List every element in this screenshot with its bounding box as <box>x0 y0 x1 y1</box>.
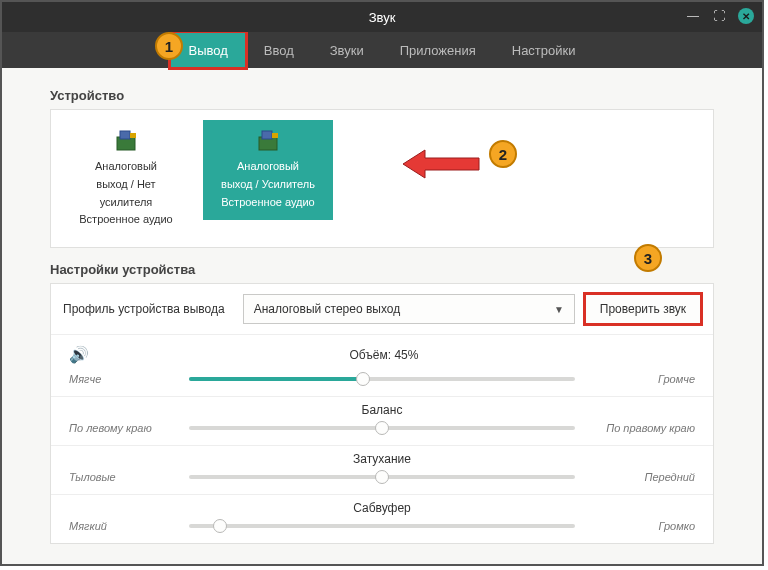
balance-title: Баланс <box>69 403 695 417</box>
volume-slider-block: Мягче Громче <box>51 364 713 397</box>
fade-slider[interactable] <box>189 468 575 486</box>
balance-left-label: По левому краю <box>69 422 179 434</box>
subwoofer-slider[interactable] <box>189 517 575 535</box>
svg-rect-4 <box>262 131 272 139</box>
annotation-badge-2: 2 <box>489 140 517 168</box>
device-card-analog-no-amp[interactable]: Аналоговый выход / Нет усилителя Встроен… <box>61 120 191 237</box>
test-sound-label: Проверить звук <box>600 302 686 316</box>
content: Устройство Аналоговый выход / Нет усилит… <box>2 68 762 544</box>
device-card-analog-amp[interactable]: Аналоговый выход / Усилитель Встроенное … <box>203 120 333 220</box>
device-label: Встроенное аудио <box>79 213 172 227</box>
tab-settings-label: Настройки <box>512 43 576 58</box>
sub-min-label: Мягкий <box>69 520 179 532</box>
tab-sounds[interactable]: Звуки <box>312 32 382 68</box>
profile-label: Профиль устройства вывода <box>63 302 233 316</box>
tab-input-label: Ввод <box>264 43 294 58</box>
balance-slider-block: Баланс По левому краю По правому краю <box>51 397 713 446</box>
profile-value: Аналоговый стерео выход <box>254 302 401 316</box>
titlebar: Звук — ⛶ ✕ <box>2 2 762 32</box>
annotation-arrow-icon <box>401 144 481 184</box>
device-panel: Аналоговый выход / Нет усилителя Встроен… <box>50 109 714 248</box>
annotation-badge-3: 3 <box>634 244 662 272</box>
tab-apps[interactable]: Приложения <box>382 32 494 68</box>
window-title: Звук <box>369 10 396 25</box>
fade-front-label: Передний <box>585 471 695 483</box>
device-label: Аналоговый <box>95 160 157 174</box>
chevron-down-icon: ▼ <box>554 304 564 315</box>
maximize-icon[interactable]: ⛶ <box>712 9 726 23</box>
volume-title: Объём: 45% <box>99 348 669 362</box>
tab-output-label: Вывод <box>188 43 227 58</box>
svg-rect-1 <box>120 131 130 139</box>
tab-sounds-label: Звуки <box>330 43 364 58</box>
close-icon[interactable]: ✕ <box>738 8 754 24</box>
fade-title: Затухание <box>69 452 695 466</box>
section-device-title: Устройство <box>50 88 714 103</box>
window-controls: — ⛶ ✕ <box>686 8 754 24</box>
device-label: выход / Нет <box>96 178 155 192</box>
tab-bar: Вывод Ввод Звуки Приложения Настройки <box>2 32 762 68</box>
balance-right-label: По правому краю <box>585 422 695 434</box>
subwoofer-slider-block: Сабвуфер Мягкий Громко <box>51 495 713 543</box>
svg-rect-5 <box>272 133 278 138</box>
device-label: Аналоговый <box>237 160 299 174</box>
device-label: Встроенное аудио <box>221 196 314 210</box>
profile-combobox[interactable]: Аналоговый стерео выход ▼ <box>243 294 575 324</box>
fade-slider-block: Затухание Тыловые Передний <box>51 446 713 495</box>
settings-panel: Профиль устройства вывода Аналоговый сте… <box>50 283 714 544</box>
section-settings-title: Настройки устройства <box>50 262 714 277</box>
volume-header: 🔊 Объём: 45% <box>51 335 713 364</box>
test-sound-button[interactable]: Проверить звук <box>585 294 701 324</box>
volume-slider[interactable] <box>189 370 575 388</box>
sub-max-label: Громко <box>585 520 695 532</box>
sub-title: Сабвуфер <box>69 501 695 515</box>
soundcard-icon <box>254 128 282 156</box>
balance-slider[interactable] <box>189 419 575 437</box>
tab-settings[interactable]: Настройки <box>494 32 594 68</box>
svg-marker-6 <box>403 150 479 178</box>
profile-row: Профиль устройства вывода Аналоговый сте… <box>51 284 713 335</box>
soundcard-icon <box>112 128 140 156</box>
tab-input[interactable]: Ввод <box>246 32 312 68</box>
device-settings-section: Настройки устройства 3 Профиль устройств… <box>50 262 714 544</box>
volume-max-label: Громче <box>585 373 695 385</box>
svg-rect-2 <box>130 133 136 138</box>
device-label: выход / Усилитель <box>221 178 315 192</box>
speaker-icon: 🔊 <box>69 345 89 364</box>
volume-min-label: Мягче <box>69 373 179 385</box>
minimize-icon[interactable]: — <box>686 9 700 23</box>
sound-settings-window: Звук — ⛶ ✕ Вывод Ввод Звуки Приложения Н… <box>0 0 764 566</box>
fade-rear-label: Тыловые <box>69 471 179 483</box>
annotation-badge-1: 1 <box>155 32 183 60</box>
device-label: усилителя <box>100 196 153 210</box>
tab-apps-label: Приложения <box>400 43 476 58</box>
